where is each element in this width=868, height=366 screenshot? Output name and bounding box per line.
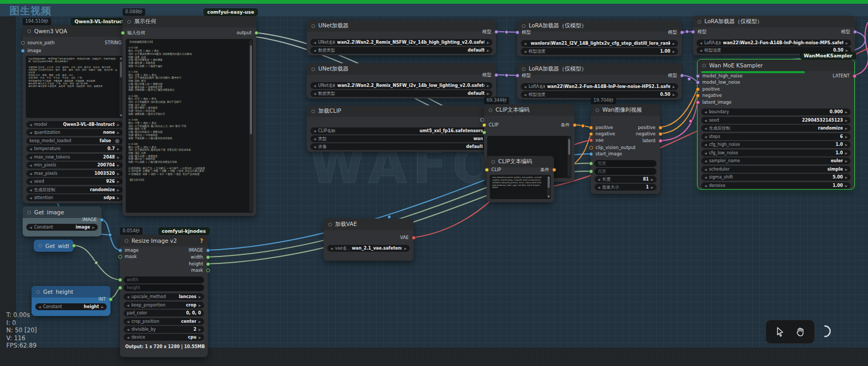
output-port-negative[interactable] [659, 132, 662, 136]
widget-value[interactable]: wan22\Wan2.2-Fun-A14B-InP-low-noise-HPS2… [547, 84, 670, 89]
decrement-arrow-icon[interactable]: ◀ [29, 147, 32, 151]
decrement-arrow-icon[interactable]: ◀ [127, 295, 129, 299]
collapse-dot-icon[interactable] [27, 29, 31, 33]
decrement-arrow-icon[interactable]: ◀ [700, 48, 702, 52]
widget-value[interactable]: 1.0 [835, 142, 843, 147]
decrement-arrow-icon[interactable]: ◀ [704, 118, 707, 122]
input-port-source_path[interactable] [21, 41, 25, 45]
increment-arrow-icon[interactable]: ▶ [117, 188, 119, 192]
scrollbar-thumb[interactable] [568, 139, 570, 155]
increment-arrow-icon[interactable]: ▶ [117, 155, 119, 159]
rotate-partial-icon[interactable] [821, 323, 834, 340]
widget-value[interactable]: wan2.2\Wan2.2_Remix_NSFW_i2v_14b_low_lig… [337, 83, 485, 88]
widget-min_pixels[interactable]: ◀min_pixels200704▶ [26, 162, 123, 169]
decrement-arrow-icon[interactable]: ◀ [704, 151, 707, 155]
widget-UNet名称[interactable]: ◀UNet名称wan2.2\Wan2.2_Remix_NSFW_i2v_14b_… [310, 39, 492, 46]
decrement-arrow-icon[interactable]: ◀ [524, 42, 527, 45]
decrement-arrow-icon[interactable]: ◀ [38, 305, 41, 309]
input-port-model_high_noise[interactable] [696, 74, 700, 78]
node-get_width[interactable]: Get_width [34, 240, 74, 252]
widget-value[interactable]: 1.0 [835, 151, 843, 155]
widget-boundary[interactable]: ◀boundary0.900▶ [701, 108, 851, 115]
increment-arrow-icon[interactable]: ▶ [198, 303, 201, 307]
output-port-模型[interactable] [494, 30, 498, 34]
increment-arrow-icon[interactable]: ▶ [117, 131, 119, 134]
node-lora1[interactable]: LoRA加载器（仅模型）模型模型◀wanlora\Wan21_I2V_14B_l… [517, 20, 682, 56]
output-port-mask[interactable] [206, 269, 210, 272]
increment-arrow-icon[interactable]: ▶ [845, 167, 847, 171]
widget-value[interactable]: 2048 [103, 155, 115, 160]
output-port-LATENT[interactable] [853, 74, 856, 78]
widget-宽度[interactable]: 宽度 [594, 160, 657, 167]
node-header[interactable]: Get_height [32, 286, 110, 298]
widget-value[interactable]: wan_2.1_vae.safetensors [352, 246, 402, 251]
input-port-positive[interactable] [696, 87, 700, 91]
decrement-arrow-icon[interactable]: ◀ [314, 84, 316, 87]
decrement-arrow-icon[interactable]: ◀ [704, 167, 707, 171]
input-port-模型[interactable] [516, 74, 519, 77]
widget-value[interactable]: false [99, 139, 111, 143]
decrement-arrow-icon[interactable]: ◀ [314, 41, 316, 44]
widget-生成后控制[interactable]: ◀生成后控制randomize▶ [26, 186, 123, 193]
widget-模型强度[interactable]: ◀模型强度1.00▶ [521, 48, 678, 55]
decrement-arrow-icon[interactable]: ◀ [29, 123, 32, 126]
input-port-negative[interactable] [589, 132, 593, 136]
collapse-dot-icon[interactable] [522, 67, 526, 71]
widget-value[interactable]: randomize [818, 126, 843, 131]
widget-value[interactable]: 0.7 [107, 146, 115, 151]
decrement-arrow-icon[interactable]: ◀ [29, 180, 32, 183]
decrement-arrow-icon[interactable]: ◀ [524, 85, 527, 88]
increment-arrow-icon[interactable]: ▶ [117, 147, 119, 151]
scrollbar[interactable] [568, 137, 571, 177]
widget-UNet名称[interactable]: ◀UNet名称wan2.2\Wan2.2_Remix_NSFW_i2v_14b_… [310, 82, 492, 89]
decrement-arrow-icon[interactable]: ◀ [704, 175, 707, 179]
increment-arrow-icon[interactable]: ▶ [198, 295, 201, 299]
increment-arrow-icon[interactable]: ▶ [845, 110, 847, 114]
output-port-height[interactable] [206, 262, 210, 266]
decrement-arrow-icon[interactable]: ◀ [598, 177, 600, 181]
widget-value[interactable]: 1003520 [94, 171, 115, 176]
toggle-knob[interactable] [115, 139, 119, 143]
widget-attention[interactable]: ◀attentionsdpa▶ [26, 194, 123, 201]
collapse-dot-icon[interactable] [491, 160, 495, 164]
widget-value[interactable]: sdpa [104, 195, 115, 200]
widget-value[interactable]: none [103, 130, 115, 135]
input-port-mask[interactable] [118, 255, 122, 259]
increment-arrow-icon[interactable]: ▶ [845, 48, 848, 52]
widget-高度[interactable]: 高度 [594, 168, 657, 175]
node-get_image[interactable]: Get_imageIMAGE◀Constantimage▶ [23, 206, 102, 236]
widget-width[interactable]: width [124, 276, 204, 283]
output-port-positive[interactable] [659, 126, 662, 130]
input-port-模型[interactable] [516, 31, 519, 34]
scrollbar-thumb[interactable] [250, 45, 252, 135]
collapse-dot-icon[interactable] [127, 20, 131, 24]
node-lora2[interactable]: LoRA加载器（仅模型）模型模型◀LoRA名称wan22\Wan2.2-Fun-… [517, 63, 682, 100]
widget-批量大小[interactable]: ◀批量大小1▶ [594, 184, 657, 191]
widget-cfg_high_noise[interactable]: ◀cfg_high_noise1.0▶ [701, 141, 851, 148]
decrement-arrow-icon[interactable]: ◀ [704, 110, 707, 114]
decrement-arrow-icon[interactable]: ◀ [700, 41, 702, 45]
widget-vae名 …[interactable]: ◀vae名 …wan_2.1_vae.safetensors▶ [327, 245, 410, 252]
increment-arrow-icon[interactable]: ▶ [117, 163, 119, 167]
input-port-negative[interactable] [696, 94, 700, 97]
widget-input-port-高度[interactable] [589, 170, 593, 173]
output-port-模型[interactable] [853, 30, 857, 34]
input-port-model_low_noise[interactable] [696, 81, 700, 84]
widget-value[interactable]: 5.00 [833, 175, 843, 180]
node-header[interactable]: Qwen3 VQA [23, 25, 126, 37]
input-port-vae[interactable] [589, 139, 593, 142]
collapse-dot-icon[interactable] [328, 223, 332, 226]
increment-arrow-icon[interactable]: ▶ [487, 48, 489, 52]
collapse-dot-icon[interactable] [311, 110, 315, 113]
widget-value[interactable]: center [181, 319, 196, 324]
increment-arrow-icon[interactable]: ▶ [845, 126, 847, 130]
decrement-arrow-icon[interactable]: ◀ [524, 93, 527, 96]
node-header[interactable]: 加载VAE [324, 219, 413, 230]
decrement-arrow-icon[interactable]: ◀ [314, 48, 316, 52]
widget-height[interactable]: height [124, 284, 204, 291]
increment-arrow-icon[interactable]: ▶ [672, 42, 675, 45]
widget-max_new_tokens[interactable]: ◀max_new_tokens2048▶ [26, 154, 123, 161]
decrement-arrow-icon[interactable]: ◀ [598, 185, 600, 189]
collapse-dot-icon[interactable] [698, 20, 701, 24]
node-header[interactable]: Wan MoE KSampler [698, 60, 854, 71]
